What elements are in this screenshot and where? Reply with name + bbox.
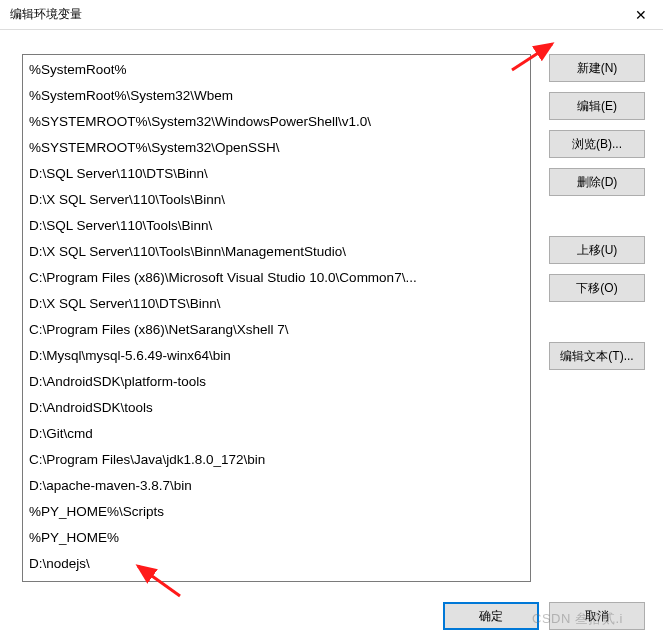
list-item[interactable]: D:\AndroidSDK\tools	[23, 395, 530, 421]
list-item[interactable]: %PY_HOME%\Scripts	[23, 499, 530, 525]
list-item[interactable]: D:\X SQL Server\110\Tools\Binn\Managemen…	[23, 239, 530, 265]
movedown-button[interactable]: 下移(O)	[549, 274, 645, 302]
moveup-button[interactable]: 上移(U)	[549, 236, 645, 264]
list-item[interactable]: D:\X SQL Server\110\Tools\Binn\	[23, 187, 530, 213]
list-item[interactable]: %SystemRoot%\System32\Wbem	[23, 83, 530, 109]
list-item[interactable]: D:\SQL Server\110\Tools\Binn\	[23, 213, 530, 239]
cancel-button[interactable]: 取消	[549, 602, 645, 630]
list-item[interactable]: D:\AndroidSDK\platform-tools	[23, 369, 530, 395]
list-item[interactable]: %SystemRoot%	[23, 57, 530, 83]
list-item[interactable]: %SYSTEMROOT%\System32\WindowsPowerShell\…	[23, 109, 530, 135]
edit-button[interactable]: 编辑(E)	[549, 92, 645, 120]
dialog-content: %SystemRoot%%SystemRoot%\System32\Wbem%S…	[0, 30, 663, 582]
new-button[interactable]: 新建(N)	[549, 54, 645, 82]
list-item[interactable]: D:\X SQL Server\110\DTS\Binn\	[23, 291, 530, 317]
path-list-scroll[interactable]: %SystemRoot%%SystemRoot%\System32\Wbem%S…	[23, 55, 530, 581]
path-listbox[interactable]: %SystemRoot%%SystemRoot%\System32\Wbem%S…	[22, 54, 531, 582]
list-item[interactable]: C:\Program Files (x86)\NetSarang\Xshell …	[23, 317, 530, 343]
list-item[interactable]: D:\apache-maven-3.8.7\bin	[23, 473, 530, 499]
close-button[interactable]: ✕	[618, 0, 663, 30]
list-item[interactable]: %PY_HOME%	[23, 525, 530, 551]
window-title: 编辑环境变量	[10, 6, 82, 23]
list-item[interactable]: D:\SQL Server\110\DTS\Binn\	[23, 161, 530, 187]
close-icon: ✕	[635, 7, 647, 23]
list-item[interactable]: D:\nodejs\	[23, 551, 530, 577]
list-item[interactable]: D:\Mysql\mysql-5.6.49-winx64\bin	[23, 343, 530, 369]
delete-button[interactable]: 删除(D)	[549, 168, 645, 196]
list-item[interactable]: %NODE_PATH%	[23, 577, 530, 581]
ok-button[interactable]: 确定	[443, 602, 539, 630]
list-item[interactable]: C:\Program Files (x86)\Microsoft Visual …	[23, 265, 530, 291]
button-gap	[549, 312, 645, 332]
edittext-button[interactable]: 编辑文本(T)...	[549, 342, 645, 370]
list-item[interactable]: C:\Program Files\Java\jdk1.8.0_172\bin	[23, 447, 530, 473]
dialog-bottom-buttons: 确定 取消	[443, 602, 645, 630]
side-button-column: 新建(N) 编辑(E) 浏览(B)... 删除(D) 上移(U) 下移(O) 编…	[549, 54, 645, 582]
button-gap	[549, 206, 645, 226]
browse-button[interactable]: 浏览(B)...	[549, 130, 645, 158]
list-item[interactable]: %SYSTEMROOT%\System32\OpenSSH\	[23, 135, 530, 161]
titlebar: 编辑环境变量 ✕	[0, 0, 663, 30]
list-item[interactable]: D:\Git\cmd	[23, 421, 530, 447]
